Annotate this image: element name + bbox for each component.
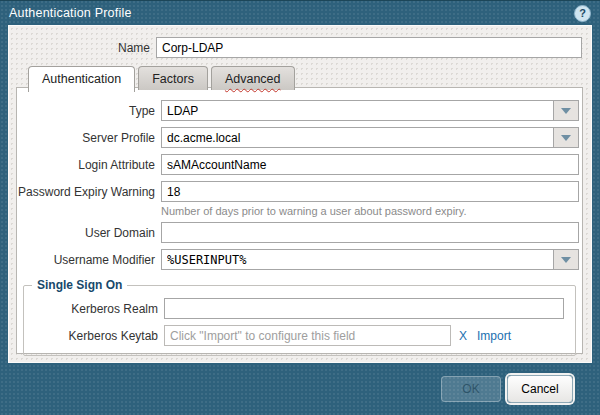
password-expiry-label: Password Expiry Warning xyxy=(17,185,161,199)
kerberos-keytab-input[interactable] xyxy=(164,325,451,346)
server-profile-dropdown[interactable] xyxy=(161,127,579,148)
single-sign-on-legend: Single Sign On xyxy=(32,278,127,292)
keytab-import-link[interactable]: Import xyxy=(477,329,511,343)
single-sign-on-section: Single Sign On Kerberos Realm Kerberos K… xyxy=(23,278,576,356)
authentication-profile-dialog: Authentication Profile ? Name Authentica… xyxy=(0,0,600,415)
password-expiry-hint: Number of days prior to warning a user a… xyxy=(161,205,582,217)
kerberos-realm-label: Kerberos Realm xyxy=(24,302,164,316)
type-dropdown-button[interactable] xyxy=(553,100,579,121)
cancel-button[interactable]: Cancel xyxy=(507,375,573,403)
chevron-down-icon xyxy=(561,257,571,263)
server-profile-dropdown-button[interactable] xyxy=(553,127,579,148)
tab-bar: Authentication Factors Advanced xyxy=(28,66,591,90)
name-row: Name xyxy=(9,37,591,58)
kerberos-keytab-row: Kerberos Keytab X Import xyxy=(24,325,575,346)
keytab-actions: X Import xyxy=(459,329,511,343)
login-attribute-label: Login Attribute xyxy=(17,158,161,172)
user-domain-row: User Domain xyxy=(17,222,582,243)
username-modifier-value[interactable] xyxy=(161,249,553,270)
password-expiry-input[interactable] xyxy=(161,181,579,202)
username-modifier-row: Username Modifier xyxy=(17,249,582,270)
username-modifier-label: Username Modifier xyxy=(17,253,161,267)
username-modifier-dropdown[interactable] xyxy=(161,249,579,270)
chevron-down-icon xyxy=(561,108,571,114)
kerberos-realm-row: Kerberos Realm xyxy=(24,298,575,319)
dialog-title: Authentication Profile xyxy=(9,6,132,20)
dialog-body: Name Authentication Factors Advanced Typ… xyxy=(8,25,592,363)
kerberos-keytab-label: Kerberos Keytab xyxy=(24,329,164,343)
authentication-tab-panel: Type Server Profile Login xyxy=(16,87,583,354)
tab-authentication[interactable]: Authentication xyxy=(28,66,135,92)
dialog-titlebar: Authentication Profile ? xyxy=(0,0,600,25)
name-input[interactable] xyxy=(156,37,582,58)
type-dropdown[interactable] xyxy=(161,100,579,121)
name-label: Name xyxy=(9,41,156,55)
login-attribute-input[interactable] xyxy=(161,154,579,175)
keytab-clear-link[interactable]: X xyxy=(459,329,467,343)
kerberos-realm-input[interactable] xyxy=(164,298,564,319)
user-domain-input[interactable] xyxy=(161,222,579,243)
ok-button[interactable]: OK xyxy=(441,376,501,402)
server-profile-row: Server Profile xyxy=(17,127,582,148)
tab-advanced[interactable]: Advanced xyxy=(211,66,295,90)
server-profile-value[interactable] xyxy=(161,127,553,148)
help-icon[interactable]: ? xyxy=(574,5,591,22)
tab-factors[interactable]: Factors xyxy=(138,66,208,90)
chevron-down-icon xyxy=(561,135,571,141)
type-row: Type xyxy=(17,100,582,121)
username-modifier-dropdown-button[interactable] xyxy=(553,249,579,270)
dialog-footer: OK Cancel xyxy=(0,363,600,415)
type-value[interactable] xyxy=(161,100,553,121)
server-profile-label: Server Profile xyxy=(17,131,161,145)
password-expiry-row: Password Expiry Warning xyxy=(17,181,582,202)
user-domain-label: User Domain xyxy=(17,226,161,240)
login-attribute-row: Login Attribute xyxy=(17,154,582,175)
type-label: Type xyxy=(17,104,161,118)
